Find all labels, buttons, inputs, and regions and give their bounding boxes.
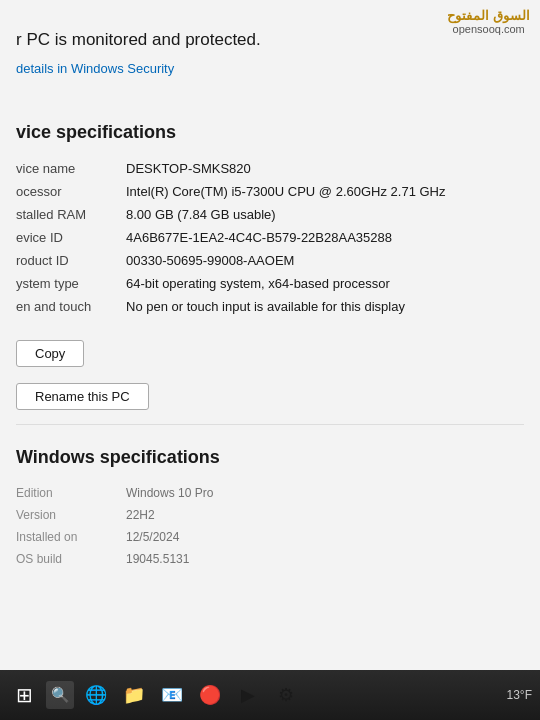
spec-value: DESKTOP-SMKS820 xyxy=(126,157,524,180)
table-row: Installed on 12/5/2024 xyxy=(16,526,524,548)
spec-value: 19045.5131 xyxy=(126,548,524,570)
spec-label: OS build xyxy=(16,548,126,570)
spec-label: stalled RAM xyxy=(16,203,126,226)
spec-label: ocessor xyxy=(16,180,126,203)
spec-label: ystem type xyxy=(16,272,126,295)
watermark: السوق المفتوح opensooq.com xyxy=(447,8,530,35)
search-button[interactable]: 🔍 xyxy=(46,681,74,709)
table-row: Version 22H2 xyxy=(16,504,524,526)
taskbar-icon-youtube[interactable]: ▶ xyxy=(232,679,264,711)
watermark-sub: opensooq.com xyxy=(447,23,530,35)
start-icon: ⊞ xyxy=(16,683,33,707)
taskbar-icon-globe[interactable]: 🌐 xyxy=(80,679,112,711)
spec-label: vice name xyxy=(16,157,126,180)
page-content: r PC is monitored and protected. details… xyxy=(0,0,540,660)
spec-label: evice ID xyxy=(16,226,126,249)
spec-value: Windows 10 Pro xyxy=(126,482,524,504)
spec-value: 00330-50695-99008-AAOEM xyxy=(126,249,524,272)
rename-pc-button[interactable]: Rename this PC xyxy=(16,383,149,410)
spec-label: Version xyxy=(16,504,126,526)
security-link[interactable]: details in Windows Security xyxy=(16,61,174,76)
taskbar-icon-email[interactable]: 📧 xyxy=(156,679,188,711)
globe-icon: 🌐 xyxy=(85,684,107,706)
windows-section-title: Windows specifications xyxy=(16,447,524,468)
table-row: stalled RAM 8.00 GB (7.84 GB usable) xyxy=(16,203,524,226)
spec-value: 64-bit operating system, x64-based proce… xyxy=(126,272,524,295)
table-row: evice ID 4A6B677E-1EA2-4C4C-B579-22B28AA… xyxy=(16,226,524,249)
spec-label: roduct ID xyxy=(16,249,126,272)
watermark-arabic: السوق المفتوح xyxy=(447,8,530,23)
spec-value: No pen or touch input is available for t… xyxy=(126,295,524,318)
buttons-row: Copy xyxy=(16,328,524,367)
weather-text: 13°F xyxy=(507,688,532,702)
spec-value: 12/5/2024 xyxy=(126,526,524,548)
table-row: Edition Windows 10 Pro xyxy=(16,482,524,504)
red-circle-icon: 🔴 xyxy=(199,684,221,706)
table-row: OS build 19045.5131 xyxy=(16,548,524,570)
folder-icon: 📁 xyxy=(123,684,145,706)
windows-section: Windows specifications Edition Windows 1… xyxy=(16,447,524,570)
start-button[interactable]: ⊞ xyxy=(8,679,40,711)
copy-button[interactable]: Copy xyxy=(16,340,84,367)
table-row: roduct ID 00330-50695-99008-AAOEM xyxy=(16,249,524,272)
table-row: vice name DESKTOP-SMKS820 xyxy=(16,157,524,180)
taskbar-icon-settings[interactable]: ⚙ xyxy=(270,679,302,711)
taskbar-icon-folder[interactable]: 📁 xyxy=(118,679,150,711)
spec-value: 8.00 GB (7.84 GB usable) xyxy=(126,203,524,226)
table-row: ystem type 64-bit operating system, x64-… xyxy=(16,272,524,295)
spec-label: Installed on xyxy=(16,526,126,548)
spec-value: 4A6B677E-1EA2-4C4C-B579-22B28AA35288 xyxy=(126,226,524,249)
settings-icon: ⚙ xyxy=(278,684,294,706)
taskbar-icon-red[interactable]: 🔴 xyxy=(194,679,226,711)
device-section: vice specifications vice name DESKTOP-SM… xyxy=(16,122,524,410)
table-row: en and touch No pen or touch input is av… xyxy=(16,295,524,318)
spec-value: 22H2 xyxy=(126,504,524,526)
device-section-title: vice specifications xyxy=(16,122,524,143)
table-row: ocessor Intel(R) Core(TM) i5-7300U CPU @… xyxy=(16,180,524,203)
email-icon: 📧 xyxy=(161,684,183,706)
search-icon: 🔍 xyxy=(51,686,70,704)
spec-label: Edition xyxy=(16,482,126,504)
rename-row: Rename this PC xyxy=(16,373,524,410)
device-spec-table: vice name DESKTOP-SMKS820 ocessor Intel(… xyxy=(16,157,524,318)
taskbar: ⊞ 🔍 🌐 📁 📧 🔴 ▶ ⚙ 13°F xyxy=(0,670,540,720)
youtube-icon: ▶ xyxy=(241,684,255,706)
spec-label: en and touch xyxy=(16,295,126,318)
windows-spec-table: Edition Windows 10 Pro Version 22H2 Inst… xyxy=(16,482,524,570)
spec-value: Intel(R) Core(TM) i5-7300U CPU @ 2.60GHz… xyxy=(126,180,524,203)
section-divider xyxy=(16,424,524,425)
taskbar-right: 13°F xyxy=(507,688,532,702)
